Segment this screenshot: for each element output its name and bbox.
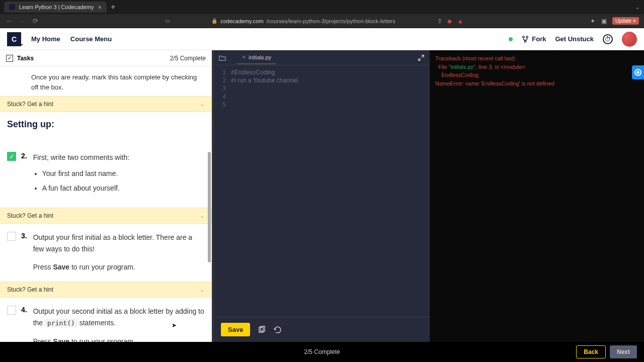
task-item-4: 4. Output your second initial as a block… [0, 298, 212, 342]
copy-icon[interactable] [257, 325, 266, 334]
tasks-scroll[interactable]: Once you are ready, mark this task compl… [0, 66, 212, 342]
reset-icon[interactable] [273, 325, 282, 334]
help-widget[interactable] [632, 65, 644, 79]
chevron-down-icon: ⌄ [200, 212, 205, 219]
bottom-progress: 2/5 Complete [304, 348, 340, 355]
task-4-text: Output your second initial as a block le… [33, 306, 205, 328]
tasks-header: ✓ Tasks 2/5 Complete [0, 50, 212, 66]
svg-point-6 [637, 71, 639, 73]
get-unstuck-button[interactable]: Get Unstuck [555, 35, 594, 43]
line-gutter: 12345 [214, 68, 231, 317]
bottom-bar: 2/5 Complete Back Next [0, 342, 644, 362]
task-number: 4. [21, 306, 27, 342]
extension-icon[interactable]: ✦ [590, 18, 597, 25]
editor-footer: Save [214, 317, 430, 342]
close-tab-icon[interactable]: × [98, 4, 102, 11]
task-item-2: ✓ 2. First, write two comments with: You… [0, 144, 212, 201]
task-number: 2. [21, 152, 27, 197]
expand-icon[interactable] [418, 54, 425, 61]
tasks-label: Tasks [17, 55, 34, 62]
app-icon[interactable]: ▣ [601, 18, 608, 25]
url-bar[interactable]: ▭ 🔒 codecademy.com/courses/learn-python-… [44, 18, 585, 25]
code-editor[interactable]: 12345 #EndlessCoding #I run a Youtube ch… [214, 65, 430, 317]
timer-icon[interactable]: ⏱ [603, 34, 613, 44]
top-nav: C My Home Course Menu Fork Get Unstuck ⏱ [0, 28, 644, 50]
task-checkbox-2[interactable]: ✓ [7, 152, 16, 161]
next-button[interactable]: Next [610, 345, 637, 358]
svg-point-1 [526, 36, 528, 38]
file-name: initials.py [249, 54, 271, 60]
terminal-line: NameError: name 'EndlessCoding' is not d… [435, 79, 639, 88]
reader-icon[interactable]: ▭ [165, 18, 170, 24]
avatar[interactable] [622, 32, 637, 47]
warn-icon[interactable]: ▲ [457, 18, 464, 25]
back-nav-icon[interactable]: ← [5, 17, 13, 25]
task-4-sub: Press Save to run your program. [33, 336, 205, 342]
fork-icon [522, 36, 529, 43]
reload-icon[interactable]: ⟳ [31, 17, 39, 25]
shield-icon[interactable]: ◆ [447, 18, 454, 25]
tasks-header-checkbox[interactable]: ✓ [6, 55, 13, 62]
task-item-3: 3. Output your first initial as a block … [0, 224, 212, 277]
task-checkbox-3[interactable] [7, 232, 16, 241]
tasks-panel: ✓ Tasks 2/5 Complete Once you are ready,… [0, 50, 214, 342]
editor-tabs: × initials.py [214, 50, 430, 65]
mouse-cursor: ➤ [172, 322, 177, 329]
svg-point-0 [523, 36, 525, 38]
task-3-sub: Press Save to run your program. [33, 261, 205, 273]
chevron-down-icon: ⌄ [200, 101, 205, 108]
hint-toggle[interactable]: Stuck? Get a hint⌄ [0, 282, 212, 298]
tab-favicon [9, 4, 15, 10]
section-title: Setting up: [0, 112, 212, 134]
nav-my-home[interactable]: My Home [31, 35, 60, 43]
terminal-line: Traceback (most recent call last): [435, 54, 639, 63]
tasks-progress: 2/5 Complete [170, 55, 206, 62]
share-icon[interactable]: ⇪ [437, 18, 444, 25]
terminal-line: File "initials.py", line 3, in <module> [435, 63, 639, 71]
terminal-line: EndlessCoding [435, 71, 639, 79]
fork-button[interactable]: Fork [522, 35, 546, 43]
new-tab-button[interactable]: + [111, 3, 115, 12]
code-content[interactable]: #EndlessCoding #I run a Youtube channel. [231, 68, 430, 317]
task-2-bullets: Your first and last name. A fun fact abo… [42, 168, 205, 194]
task-number: 3. [21, 232, 27, 273]
browser-toolbar: ← → ⟳ ▭ 🔒 codecademy.com/courses/learn-p… [0, 14, 644, 28]
chevron-down-icon: ⌄ [200, 286, 205, 293]
main-content: ✓ Tasks 2/5 Complete Once you are ready,… [0, 50, 644, 342]
save-button[interactable]: Save [221, 323, 250, 336]
url-host: codecademy.com [220, 18, 263, 24]
forward-nav-icon: → [18, 17, 26, 25]
task-2-text: First, write two comments with: [33, 152, 205, 163]
back-button[interactable]: Back [576, 345, 606, 358]
folder-icon[interactable] [219, 54, 226, 61]
tabs-chevron-icon[interactable]: ⌄ [635, 4, 640, 11]
svg-point-2 [525, 40, 527, 42]
browser-right-icons: ✦ ▣ Update ≡ [590, 17, 639, 25]
task-intro-text: Once you are ready, mark this task compl… [0, 66, 212, 96]
update-button[interactable]: Update ≡ [612, 17, 639, 25]
hint-toggle[interactable]: Stuck? Get a hint⌄ [0, 96, 212, 112]
codecademy-logo[interactable]: C [7, 32, 21, 46]
tab-title: Learn Python 3 | Codecademy [19, 4, 94, 10]
task-3-text: Output your first initial as a block let… [33, 232, 205, 254]
editor-panel: × initials.py 12345 #EndlessCoding #I ru… [214, 50, 430, 342]
url-path: /courses/learn-python-3/projects/python-… [267, 18, 395, 24]
terminal-panel[interactable]: Traceback (most recent call last): File … [430, 50, 644, 342]
file-tab-initials[interactable]: × initials.py [237, 51, 276, 64]
hint-toggle[interactable]: Stuck? Get a hint⌄ [0, 208, 212, 224]
status-dot [509, 37, 513, 41]
lock-icon: 🔒 [211, 18, 217, 24]
active-tab[interactable]: Learn Python 3 | Codecademy × [4, 2, 107, 13]
close-file-icon[interactable]: × [242, 54, 246, 61]
scrollbar-thumb[interactable] [208, 152, 211, 262]
task-checkbox-4[interactable] [7, 306, 16, 315]
nav-course-menu[interactable]: Course Menu [70, 35, 112, 43]
browser-tabs: Learn Python 3 | Codecademy × + ⌄ [0, 0, 644, 14]
